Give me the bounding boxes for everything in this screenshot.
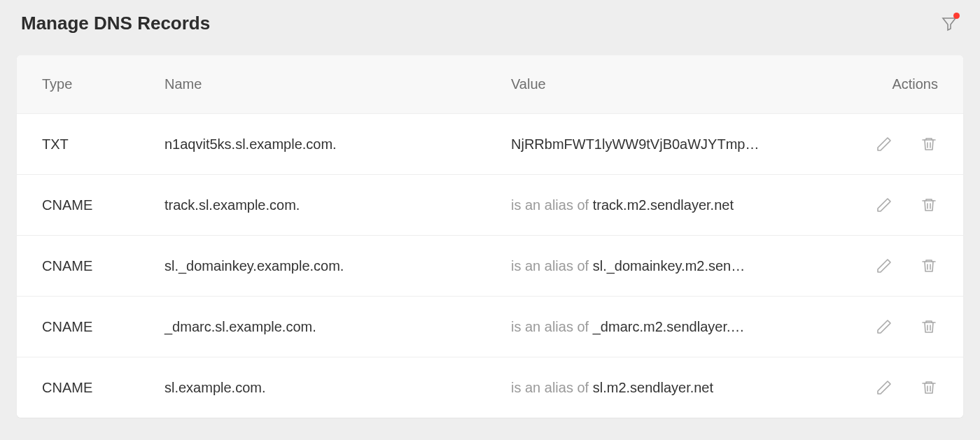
alias-value: track.m2.sendlayer.net <box>593 197 734 213</box>
cell-value: is an alias of _dmarc.m2.sendlayer.… <box>511 319 833 335</box>
delete-icon <box>920 257 937 274</box>
filter-active-dot <box>953 13 960 19</box>
table-row: CNAMEsl.example.com.is an alias of sl.m2… <box>17 357 963 418</box>
table-row: CNAMEsl._domainkey.example.com.is an ali… <box>17 236 963 297</box>
dns-records-table: Type Name Value Actions TXTn1aqvit5ks.sl… <box>17 55 963 418</box>
alias-prefix: is an alias of <box>511 258 593 274</box>
cell-name: n1aqvit5ks.sl.example.com. <box>164 136 511 152</box>
delete-button[interactable] <box>920 257 938 275</box>
cell-type: CNAME <box>42 197 164 213</box>
alias-prefix: is an alias of <box>511 380 593 395</box>
delete-icon <box>920 379 937 396</box>
delete-button[interactable] <box>920 378 938 397</box>
cell-type: CNAME <box>42 319 164 335</box>
table-row: CNAME_dmarc.sl.example.com.is an alias o… <box>17 297 963 357</box>
cell-type: CNAME <box>42 258 164 274</box>
edit-button[interactable] <box>875 257 893 275</box>
edit-button[interactable] <box>875 135 893 153</box>
delete-icon <box>920 136 937 152</box>
edit-button[interactable] <box>875 378 893 397</box>
cell-type: CNAME <box>42 380 164 396</box>
alias-prefix: is an alias of <box>511 197 593 213</box>
cell-name: sl.example.com. <box>164 380 511 396</box>
cell-actions <box>833 318 938 336</box>
table-row: CNAMEtrack.sl.example.com.is an alias of… <box>17 175 963 236</box>
edit-icon <box>876 318 892 335</box>
edit-icon <box>876 379 892 396</box>
edit-icon <box>876 136 892 152</box>
edit-button[interactable] <box>875 318 893 336</box>
edit-button[interactable] <box>875 196 893 214</box>
cell-actions <box>833 378 938 397</box>
cell-value: is an alias of sl._domainkey.m2.sen… <box>511 258 833 274</box>
delete-icon <box>920 318 937 335</box>
edit-icon <box>876 257 892 274</box>
alias-value: _dmarc.m2.sendlayer.… <box>593 319 745 334</box>
filter-button[interactable] <box>939 14 959 34</box>
table-row: TXTn1aqvit5ks.sl.example.com.NjRRbmFWT1l… <box>17 114 963 175</box>
cell-type: TXT <box>42 136 164 152</box>
cell-actions <box>833 135 938 153</box>
table-header-row: Type Name Value Actions <box>17 55 963 114</box>
cell-name: track.sl.example.com. <box>164 197 511 213</box>
cell-actions <box>833 257 938 275</box>
delete-button[interactable] <box>920 318 938 336</box>
page-title: Manage DNS Records <box>21 13 210 34</box>
cell-value: is an alias of track.m2.sendlayer.net <box>511 197 833 213</box>
cell-name: _dmarc.sl.example.com. <box>164 319 511 335</box>
alias-prefix: is an alias of <box>511 319 593 334</box>
cell-value: NjRRbmFWT1lyWW9tVjB0aWJYTmp… <box>511 136 833 152</box>
alias-value: sl._domainkey.m2.sen… <box>593 258 746 274</box>
cell-actions <box>833 196 938 214</box>
header-type: Type <box>42 76 164 92</box>
delete-icon <box>920 197 937 213</box>
delete-button[interactable] <box>920 135 938 153</box>
delete-button[interactable] <box>920 196 938 214</box>
header-name: Name <box>164 76 511 92</box>
cell-name: sl._domainkey.example.com. <box>164 258 511 274</box>
cell-value: is an alias of sl.m2.sendlayer.net <box>511 380 833 396</box>
header-value: Value <box>511 76 833 92</box>
header-actions: Actions <box>833 76 938 92</box>
alias-value: sl.m2.sendlayer.net <box>593 380 713 395</box>
edit-icon <box>876 197 892 213</box>
